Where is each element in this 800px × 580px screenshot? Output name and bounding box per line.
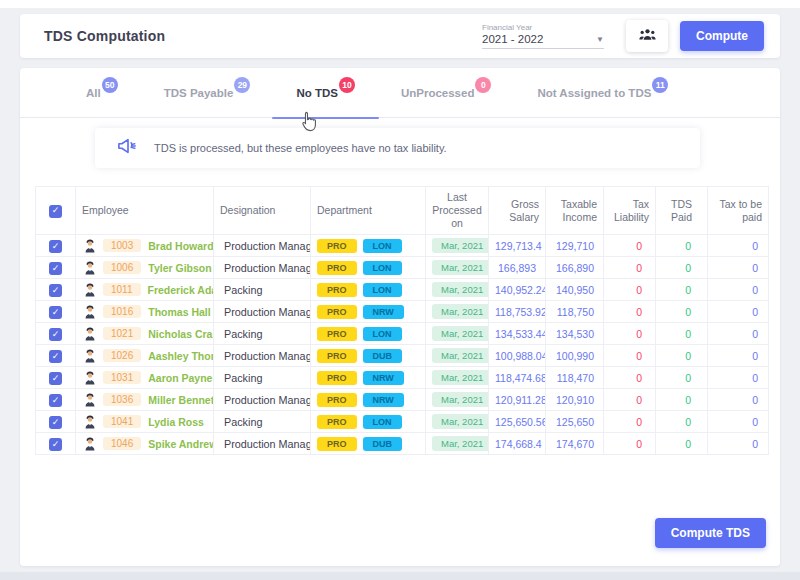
employee-cell: 1011 Frederick Adams (76, 279, 214, 301)
department-cell: PRONRW (311, 389, 426, 411)
row-checkbox-cell[interactable]: ✓ (36, 367, 76, 389)
tab-label: Not Assigned to TDS (537, 87, 651, 99)
users-icon (639, 28, 656, 44)
row-checkbox[interactable]: ✓ (49, 416, 62, 429)
department-cell: PROLON (311, 411, 426, 433)
row-checkbox-cell[interactable]: ✓ (36, 301, 76, 323)
tab[interactable]: Not Assigned to TDS 11 (537, 68, 668, 118)
employee-name-link[interactable]: Aashley Thomas (148, 350, 213, 362)
employee-id-badge: 1021 (103, 327, 141, 340)
last-processed-cell: Mar, 2021 (426, 279, 489, 301)
taxable-income-cell: 118,750 (546, 301, 604, 323)
row-checkbox[interactable]: ✓ (49, 350, 62, 363)
avatar (84, 239, 96, 253)
taxable-income-cell: 140,950 (546, 279, 604, 301)
page-header: TDS Computation Financial Year 2021 - 20… (20, 14, 780, 58)
row-checkbox[interactable]: ✓ (49, 262, 62, 275)
tds-paid-cell: 0 (656, 301, 708, 323)
main-card: All 50 TDS Payable 29 No TDS 10 UnProces… (20, 68, 780, 566)
department-function-badge: PRO (317, 371, 357, 385)
department-location-badge: LON (363, 283, 402, 297)
employee-cell: 1021 Nicholas Craig (76, 323, 214, 345)
table-row: ✓ 1003 Brad Howard Production Manager PR… (36, 235, 769, 257)
row-checkbox[interactable]: ✓ (49, 438, 62, 451)
department-function-badge: PRO (317, 327, 357, 341)
department-cell: PRODUB (311, 345, 426, 367)
gross-salary-cell: 129,713.4 (489, 235, 546, 257)
top-strip (0, 0, 800, 8)
department-function-badge: PRO (317, 349, 357, 363)
row-checkbox-cell[interactable]: ✓ (36, 257, 76, 279)
tab[interactable]: No TDS 10 (296, 68, 355, 118)
gross-salary-cell: 134,533.44 (489, 323, 546, 345)
row-checkbox[interactable]: ✓ (49, 394, 62, 407)
tds-paid-cell: 0 (656, 279, 708, 301)
table-row: ✓ 1046 Spike Andrews Production Manager … (36, 433, 769, 455)
department-function-badge: PRO (317, 305, 357, 319)
tds-paid-cell: 0 (656, 257, 708, 279)
employee-name-link[interactable]: Nicholas Craig (148, 328, 213, 340)
tab[interactable]: All 50 (86, 68, 118, 118)
row-checkbox-cell[interactable]: ✓ (36, 411, 76, 433)
designation-cell: Packing (214, 279, 311, 301)
last-processed-cell: Mar, 2021 (426, 367, 489, 389)
tds-paid-cell: 0 (656, 433, 708, 455)
last-processed-badge: Mar, 2021 (432, 326, 489, 341)
row-checkbox[interactable]: ✓ (49, 372, 62, 385)
financial-year-select[interactable]: Financial Year 2021 - 2022 ▼ (482, 23, 604, 49)
last-processed-cell: Mar, 2021 (426, 433, 489, 455)
row-checkbox-cell[interactable]: ✓ (36, 389, 76, 411)
tab[interactable]: UnProcessed 0 (401, 68, 492, 118)
row-checkbox[interactable]: ✓ (49, 284, 62, 297)
department-cell: PROLON (311, 235, 426, 257)
designation-cell: Packing (214, 411, 311, 433)
tab[interactable]: TDS Payable 29 (164, 68, 251, 118)
department-location-badge: LON (363, 415, 402, 429)
employee-name-link[interactable]: Tyler Gibson (148, 262, 211, 274)
department-cell: PROLON (311, 257, 426, 279)
employee-cell: 1003 Brad Howard (76, 235, 214, 257)
select-all-checkbox[interactable]: ✓ (49, 205, 62, 218)
row-checkbox[interactable]: ✓ (49, 240, 62, 253)
employee-name-link[interactable]: Spike Andrews (148, 438, 213, 450)
employee-filter-button[interactable] (626, 20, 668, 52)
row-checkbox-cell[interactable]: ✓ (36, 279, 76, 301)
row-checkbox-cell[interactable]: ✓ (36, 235, 76, 257)
tab-count-badge: 29 (234, 77, 250, 93)
table-row: ✓ 1021 Nicholas Craig Packing PROLON Mar… (36, 323, 769, 345)
avatar (84, 437, 96, 451)
tax-liability-cell: 0 (604, 345, 656, 367)
designation-cell: Production Manager (214, 235, 311, 257)
employee-name-link[interactable]: Aaron Payne (148, 372, 212, 384)
department-function-badge: PRO (317, 239, 357, 253)
tabs: All 50 TDS Payable 29 No TDS 10 UnProces… (20, 68, 780, 118)
employee-name-link[interactable]: Frederick Adams (148, 284, 214, 296)
table-row: ✓ 1036 Miller Bennett Production Manager… (36, 389, 769, 411)
avatar (84, 393, 96, 407)
designation-cell: Production Manager (214, 433, 311, 455)
column-header: Gross Salary (489, 187, 546, 235)
financial-year-label: Financial Year (482, 23, 604, 32)
gross-salary-cell: 140,952.24 (489, 279, 546, 301)
row-checkbox-cell[interactable]: ✓ (36, 323, 76, 345)
employee-name-link[interactable]: Thomas Hall (148, 306, 210, 318)
employee-name-link[interactable]: Brad Howard (148, 240, 213, 252)
avatar (84, 305, 96, 319)
info-banner: TDS is processed, but these employees ha… (95, 128, 700, 168)
row-checkbox[interactable]: ✓ (49, 306, 62, 319)
compute-tds-button[interactable]: Compute TDS (655, 518, 766, 548)
taxable-income-cell: 120,910 (546, 389, 604, 411)
last-processed-badge: Mar, 2021 (432, 260, 489, 275)
row-checkbox[interactable]: ✓ (49, 328, 62, 341)
table-body: ✓ 1003 Brad Howard Production Manager PR… (36, 235, 769, 455)
tds-paid-cell: 0 (656, 345, 708, 367)
compute-button[interactable]: Compute (680, 21, 764, 51)
select-all-cell[interactable]: ✓ (36, 187, 76, 235)
last-processed-cell: Mar, 2021 (426, 323, 489, 345)
designation-cell: Packing (214, 323, 311, 345)
row-checkbox-cell[interactable]: ✓ (36, 433, 76, 455)
row-checkbox-cell[interactable]: ✓ (36, 345, 76, 367)
employee-name-link[interactable]: Lydia Ross (148, 416, 204, 428)
last-processed-badge: Mar, 2021 (432, 238, 489, 253)
employee-name-link[interactable]: Miller Bennett (148, 394, 213, 406)
